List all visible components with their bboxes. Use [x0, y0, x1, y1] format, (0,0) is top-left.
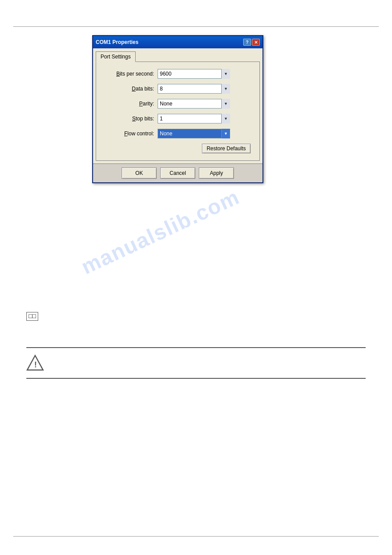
flow-control-row: Flow control: None ▼: [105, 129, 251, 138]
bits-per-second-select[interactable]: 9600: [158, 69, 230, 79]
top-rule: [13, 26, 379, 27]
warning-box: !: [26, 347, 366, 379]
flow-control-label: Flow control:: [105, 131, 158, 137]
cancel-button[interactable]: Cancel: [160, 167, 195, 179]
dialog-title: COM1 Properties: [96, 39, 242, 45]
com1-properties-dialog: COM1 Properties ? ✕ Port Settings Bits p…: [92, 35, 263, 183]
flow-control-wrapper: None ▼: [158, 129, 230, 138]
svg-text:!: !: [34, 360, 37, 369]
dialog-body: Port Settings Bits per second: 9600 ▼: [93, 48, 263, 163]
warning-icon: !: [26, 354, 44, 372]
tab-port-settings[interactable]: Port Settings: [96, 51, 136, 62]
bottom-rule: [13, 536, 379, 537]
bits-per-second-row: Bits per second: 9600 ▼: [105, 69, 251, 79]
ok-button[interactable]: OK: [122, 167, 157, 179]
close-button[interactable]: ✕: [252, 39, 260, 46]
tab-content: Bits per second: 9600 ▼ Data bits:: [96, 62, 260, 161]
data-bits-label: Data bits:: [105, 86, 158, 92]
stop-bits-select[interactable]: 1: [158, 114, 230, 123]
help-button[interactable]: ?: [243, 39, 251, 46]
bits-per-second-label: Bits per second:: [105, 71, 158, 77]
stop-bits-row: Stop bits: 1 ▼: [105, 114, 251, 123]
watermark: manualslib.com: [78, 185, 243, 279]
stop-bits-wrapper: 1 ▼: [158, 114, 230, 123]
restore-defaults-button[interactable]: Restore Defaults: [202, 144, 251, 153]
parity-label: Parity:: [105, 101, 158, 107]
parity-select[interactable]: None: [158, 99, 230, 109]
data-bits-row: Data bits: 8 ▼: [105, 84, 251, 94]
data-bits-wrapper: 8 ▼: [158, 84, 230, 94]
data-bits-select[interactable]: 8: [158, 84, 230, 94]
stop-bits-label: Stop bits:: [105, 116, 158, 122]
parity-row: Parity: None ▼: [105, 99, 251, 109]
note-icon: □□: [26, 312, 38, 321]
tab-strip: Port Settings: [96, 51, 260, 62]
bits-per-second-wrapper: 9600 ▼: [158, 69, 230, 79]
note-area: □□: [26, 312, 38, 321]
dialog-window: COM1 Properties ? ✕ Port Settings Bits p…: [92, 35, 263, 183]
parity-wrapper: None ▼: [158, 99, 230, 109]
dialog-footer: OK Cancel Apply: [93, 163, 263, 182]
dialog-titlebar: COM1 Properties ? ✕: [93, 36, 263, 48]
flow-control-select[interactable]: None: [158, 129, 230, 138]
apply-button[interactable]: Apply: [199, 167, 234, 179]
